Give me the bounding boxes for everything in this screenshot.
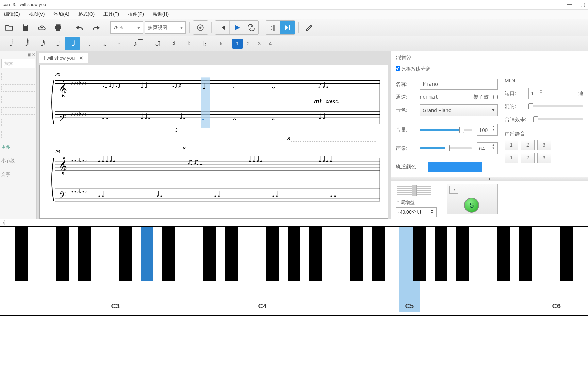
- mute-voice-1b[interactable]: 1: [505, 153, 518, 163]
- menu-help[interactable]: 帮助(H): [153, 11, 169, 17]
- palette-search[interactable]: 搜索: [1, 59, 35, 68]
- pan-spin[interactable]: 64▲▼: [477, 142, 498, 154]
- zoom-select[interactable]: 75%▾: [110, 21, 143, 34]
- menu-edit[interactable]: 编辑(E): [4, 11, 20, 17]
- port-spin[interactable]: 1▲▼: [528, 88, 545, 99]
- note-16th[interactable]: 𝅘𝅥𝅰: [33, 37, 48, 50]
- black-key[interactable]: [372, 227, 385, 281]
- maximize-icon[interactable]: ▢: [580, 1, 585, 8]
- menu-plugins[interactable]: 插件(P): [128, 11, 144, 17]
- repeat-start-button[interactable]: :‖: [266, 21, 280, 34]
- edit-mode-button[interactable]: [302, 21, 316, 34]
- panel-close-icon[interactable]: ✕: [32, 52, 35, 57]
- black-key[interactable]: [78, 227, 91, 281]
- tab-close-icon[interactable]: ✕: [79, 55, 83, 61]
- minimize-icon[interactable]: —: [567, 1, 572, 8]
- black-key[interactable]: [350, 227, 363, 281]
- natural-button[interactable]: ♮: [182, 37, 197, 50]
- rewind-button[interactable]: [215, 21, 230, 34]
- mute-voice-3b[interactable]: 3: [537, 153, 551, 163]
- voice-2[interactable]: 2: [243, 39, 254, 49]
- black-key[interactable]: [497, 227, 510, 281]
- save-button[interactable]: [18, 21, 33, 34]
- cloud-button[interactable]: [35, 21, 49, 34]
- drums-checkbox[interactable]: [493, 95, 498, 99]
- volume-slider[interactable]: [420, 129, 472, 131]
- black-key[interactable]: [413, 227, 426, 281]
- palette-item[interactable]: [1, 73, 35, 80]
- grace-note-button[interactable]: ♪: [213, 37, 228, 50]
- black-key[interactable]: [435, 227, 447, 281]
- chorus-slider[interactable]: [533, 118, 583, 120]
- score-page[interactable]: 20 𝄞 𝄢 ♭♭♭♭♭♭ ♭♭♭♭♭♭ ♫♫♫ ♩♩ ♫♪: [39, 65, 388, 219]
- palette-category-text[interactable]: 文字: [1, 171, 35, 178]
- open-button[interactable]: [2, 21, 16, 34]
- menu-tools[interactable]: 工具(T): [103, 11, 119, 17]
- volume-spin[interactable]: 100▲▼: [477, 124, 498, 136]
- gain-input[interactable]: -40.00分贝▲▼: [396, 207, 437, 217]
- black-key[interactable]: [266, 227, 279, 281]
- mute-voice-1a[interactable]: 1: [505, 140, 518, 150]
- track-name-input[interactable]: [420, 79, 498, 90]
- black-key[interactable]: [456, 227, 469, 281]
- piano-keyboard[interactable]: C3C4C5C6: [0, 226, 588, 316]
- score-tab[interactable]: I will show you ✕: [39, 53, 88, 63]
- undo-button[interactable]: [72, 21, 87, 34]
- note-64th[interactable]: 𝅘𝅥𝅲: [2, 37, 17, 50]
- panel-dock-icon[interactable]: ▣: [27, 52, 31, 57]
- flip-button[interactable]: ⇵: [150, 37, 165, 50]
- menu-add[interactable]: 添加(A): [53, 11, 69, 17]
- metronome-button[interactable]: [193, 21, 208, 34]
- flat-button[interactable]: ♭: [197, 37, 212, 50]
- print-button[interactable]: [51, 21, 65, 34]
- black-key[interactable]: [56, 227, 69, 281]
- black-key[interactable]: [203, 227, 216, 281]
- palette-item[interactable]: [1, 131, 35, 138]
- view-mode-select[interactable]: 多页视图▾: [145, 21, 186, 34]
- palette-item[interactable]: [1, 84, 35, 92]
- redo-button[interactable]: [89, 21, 103, 34]
- palette-item[interactable]: [1, 96, 35, 103]
- palette-category-barlines[interactable]: 小节线: [1, 158, 35, 164]
- mute-voice-3a[interactable]: 3: [537, 140, 551, 150]
- mixer-collapse-bar[interactable]: ▲: [391, 177, 588, 181]
- menu-format[interactable]: 格式(O): [78, 11, 95, 17]
- black-key[interactable]: [560, 227, 573, 281]
- black-key[interactable]: [225, 227, 238, 281]
- black-key[interactable]: [119, 227, 132, 281]
- repeat-end-button[interactable]: [280, 21, 295, 34]
- sharp-button[interactable]: ♯: [166, 37, 181, 50]
- reverb-slider[interactable]: [528, 105, 583, 107]
- mute-voice-2b[interactable]: 2: [521, 153, 535, 163]
- palette-item[interactable]: [1, 107, 35, 115]
- arrow-right-icon[interactable]: →: [449, 186, 458, 194]
- black-key[interactable]: [141, 227, 153, 281]
- mute-voice-2a[interactable]: 2: [521, 140, 535, 150]
- palette-more[interactable]: 更多: [1, 144, 35, 150]
- black-key[interactable]: [519, 227, 532, 281]
- track-color-swatch[interactable]: [428, 162, 482, 172]
- voice-1[interactable]: 1: [232, 39, 243, 49]
- note-quarter[interactable]: 𝅘𝅥: [65, 37, 80, 50]
- note-8th[interactable]: 𝅘𝅥𝅮: [49, 37, 64, 50]
- black-key[interactable]: [15, 227, 28, 281]
- voice-3[interactable]: 3: [254, 39, 264, 49]
- black-key[interactable]: [309, 227, 322, 281]
- black-key[interactable]: [162, 227, 175, 281]
- tie-button[interactable]: ♪⁀: [131, 37, 146, 50]
- black-key[interactable]: [288, 227, 300, 281]
- note-whole[interactable]: 𝅝: [96, 37, 111, 50]
- palette-item[interactable]: [1, 119, 35, 126]
- note-half[interactable]: 𝅗𝅥: [80, 37, 95, 50]
- timbre-select[interactable]: Grand Piano▾: [420, 104, 498, 116]
- note-dot[interactable]: ·: [112, 37, 127, 50]
- note-32nd[interactable]: 𝅘𝅥𝅱: [18, 37, 33, 50]
- play-button[interactable]: [230, 21, 244, 34]
- solo-button[interactable]: S: [464, 198, 479, 213]
- only-play-checkbox[interactable]: 只播放该分谱: [396, 66, 430, 72]
- menu-view[interactable]: 视图(V): [29, 11, 45, 17]
- pan-slider[interactable]: [420, 147, 472, 149]
- voice-4[interactable]: 4: [265, 39, 275, 49]
- loop-button[interactable]: [244, 21, 258, 34]
- score-area[interactable]: I will show you ✕ 20 𝄞 𝄢 ♭♭♭♭♭♭ ♭♭♭♭♭♭: [37, 51, 391, 219]
